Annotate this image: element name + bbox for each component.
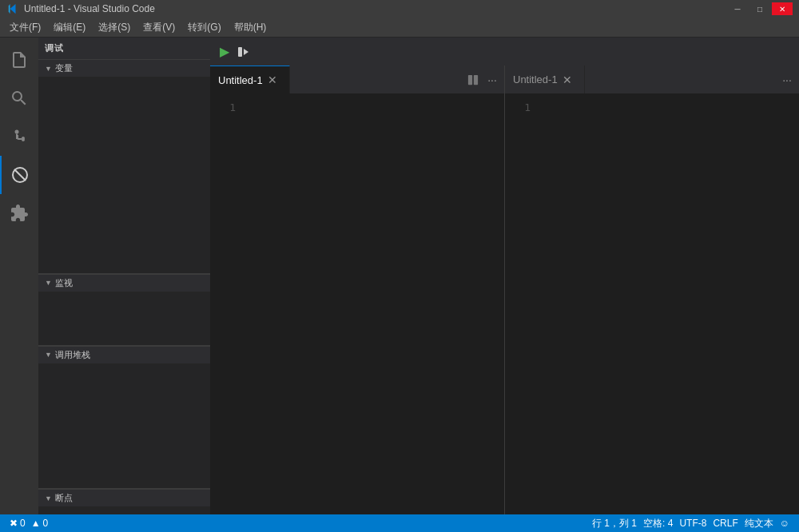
watch-label: 监视 — [55, 277, 73, 289]
sidebar-content: ▼ 变量 ▼ 监视 ▼ 调用堆栈 — [38, 59, 210, 514]
activity-bar — [0, 38, 38, 514]
svg-line-3 — [14, 169, 26, 181]
warning-icon: ▲ — [31, 518, 41, 529]
sidebar-header: 调试 — [38, 38, 210, 59]
variables-header[interactable]: ▼ 变量 — [38, 59, 210, 77]
statusbar-left: ✖ 0 ▲ 0 — [6, 518, 51, 529]
watch-body — [38, 292, 210, 345]
statusbar-right: 行 1，列 1 空格: 4 UTF-8 CRLF 纯文本 ☺ — [589, 517, 793, 530]
breakpoints-arrow: ▼ — [45, 494, 52, 502]
tab-untitled-1-right[interactable]: Untitled-1 ✕ — [505, 66, 585, 93]
editor-content-right[interactable]: 1 — [505, 93, 799, 514]
tab-untitled-1-left[interactable]: Untitled-1 ✕ — [210, 66, 290, 93]
error-icon: ✖ — [10, 518, 18, 529]
svg-rect-6 — [474, 74, 478, 84]
breakpoints-section: ▼ 断点 — [38, 489, 210, 514]
tab-close-right[interactable]: ✕ — [562, 73, 572, 86]
more-actions-right[interactable]: ··· — [778, 71, 796, 89]
search-icon[interactable] — [0, 79, 38, 117]
editor-area: ▶ Untitled-1 ✕ — [210, 38, 799, 514]
window-title: Untitled-1 - Visual Studio Code — [24, 3, 722, 14]
indent-size[interactable]: 空格: 4 — [640, 517, 676, 530]
window-controls: ─ □ ✕ — [727, 2, 793, 15]
run-button[interactable]: ▶ — [217, 44, 233, 60]
smiley-icon[interactable]: ☺ — [777, 518, 793, 529]
main-layout: 调试 ▼ 变量 ▼ 监视 ▼ — [0, 38, 799, 514]
more-actions-left[interactable]: ··· — [483, 71, 501, 89]
tab-bar-left: Untitled-1 ✕ ··· — [210, 66, 504, 93]
variables-arrow: ▼ — [45, 65, 52, 73]
maximize-button[interactable]: □ — [749, 2, 770, 15]
titlebar: Untitled-1 - Visual Studio Code ─ □ ✕ — [0, 0, 799, 18]
tab-label-right: Untitled-1 — [513, 73, 558, 85]
variables-label: 变量 — [55, 62, 73, 74]
variables-section: ▼ 变量 — [38, 59, 210, 274]
svg-rect-4 — [238, 47, 242, 57]
encoding[interactable]: UTF-8 — [676, 518, 710, 529]
files-icon[interactable] — [0, 41, 38, 79]
line-numbers-left: 1 — [210, 100, 242, 115]
menu-edit[interactable]: 编辑(E) — [47, 18, 92, 37]
menu-view[interactable]: 查看(V) — [137, 18, 181, 37]
callstack-header[interactable]: ▼ 调用堆栈 — [38, 346, 210, 363]
step-button[interactable] — [236, 44, 252, 60]
sidebar: 调试 ▼ 变量 ▼ 监视 ▼ — [38, 38, 210, 514]
menu-help[interactable]: 帮助(H) — [228, 18, 273, 37]
line-ending[interactable]: CRLF — [710, 518, 741, 529]
tab-close-left[interactable]: ✕ — [268, 73, 277, 86]
language-mode[interactable]: 纯文本 — [741, 517, 777, 530]
debug-toolbar: ▶ — [210, 38, 799, 66]
tab-label-left: Untitled-1 — [218, 74, 263, 86]
extensions-icon[interactable] — [0, 194, 38, 232]
svg-point-0 — [15, 130, 19, 134]
variables-body — [38, 77, 210, 273]
svg-rect-5 — [468, 74, 472, 84]
watch-header[interactable]: ▼ 监视 — [38, 274, 210, 292]
error-number: 0 — [20, 518, 26, 529]
breakpoints-label: 断点 — [55, 492, 73, 504]
watch-section: ▼ 监视 — [38, 274, 210, 346]
menubar: 文件(F) 编辑(E) 选择(S) 查看(V) 转到(G) 帮助(H) — [0, 18, 799, 38]
tab-actions-left: ··· — [464, 66, 504, 93]
watch-arrow: ▼ — [45, 279, 52, 287]
debug-icon[interactable] — [0, 156, 38, 194]
callstack-section: ▼ 调用堆栈 — [38, 346, 210, 489]
callstack-body — [38, 363, 210, 488]
callstack-label: 调用堆栈 — [55, 349, 90, 361]
cursor-position[interactable]: 行 1，列 1 — [589, 517, 640, 530]
statusbar: ✖ 0 ▲ 0 行 1，列 1 空格: 4 UTF-8 CRLF 纯文本 ☺ — [0, 514, 799, 532]
line-numbers-right: 1 — [505, 100, 537, 115]
menu-selection[interactable]: 选择(S) — [92, 18, 137, 37]
tab-bar-right: Untitled-1 ✕ ··· — [505, 66, 799, 93]
editor-pane-left: Untitled-1 ✕ ··· — [210, 66, 505, 514]
editor-pane-right: Untitled-1 ✕ ··· 1 — [505, 66, 799, 514]
source-control-icon[interactable] — [0, 117, 38, 156]
menu-file[interactable]: 文件(F) — [3, 18, 47, 37]
callstack-arrow: ▼ — [45, 351, 52, 359]
minimize-button[interactable]: ─ — [727, 2, 748, 15]
menu-goto[interactable]: 转到(G) — [181, 18, 227, 37]
error-count[interactable]: ✖ 0 ▲ 0 — [6, 518, 51, 529]
split-editor-button[interactable] — [464, 71, 482, 89]
warning-number: 0 — [43, 518, 49, 529]
tab-actions-right: ··· — [778, 66, 799, 93]
close-button[interactable]: ✕ — [772, 2, 793, 15]
breakpoints-header[interactable]: ▼ 断点 — [38, 489, 210, 506]
app-icon — [6, 2, 19, 15]
editors-container: Untitled-1 ✕ ··· — [210, 66, 799, 514]
editor-content-left[interactable]: 1 — [210, 93, 504, 514]
